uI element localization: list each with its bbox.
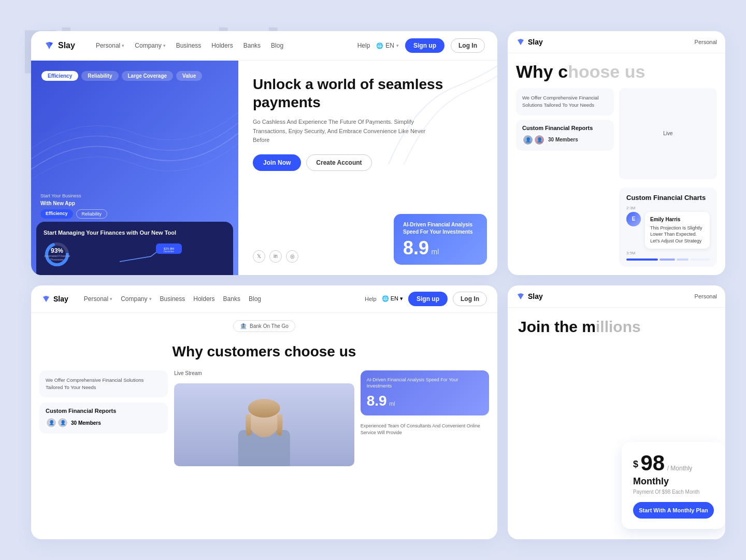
donut-percent: 93% [51,247,63,254]
phone-frame: Start Managing Your Finances with Our Ne… [36,222,233,275]
bottom-nav-holders[interactable]: Holders [193,295,214,303]
start-plan-button[interactable]: Start With A Monthly Plan [633,502,714,519]
bottom-nav-business[interactable]: Business [160,295,185,303]
comprehensive-feature-card: We Offer Comprehensive Financial Solutio… [39,370,168,398]
nav-blog[interactable]: Blog [271,42,283,49]
hero-card: Slay Personal ▾ Company ▾ Business Holde… [31,31,497,275]
nav-personal[interactable]: Personal ▾ [96,42,124,49]
bottom-nav-personal[interactable]: Personal ▾ [84,295,112,303]
tag-efficiency[interactable]: Efficiency [41,71,78,81]
hero-tags: Efficiency Reliability Large Coverage Va… [41,71,228,81]
bottom-members-row: 👤 👤 30 Members [46,417,162,428]
bottom-nav-blog[interactable]: Blog [249,295,261,303]
bottom-logo[interactable]: Slay [41,294,68,304]
bottom-nav-banks[interactable]: Banks [223,295,240,303]
svg-point-8 [248,399,280,418]
bottom-member-2: 👤 [57,417,68,428]
right-top-navbar: Slay Personal [508,31,725,53]
login-button[interactable]: Log In [451,38,485,53]
experienced-text: Experienced Team Of Consultants And Conv… [361,423,489,437]
price-row: $ 98 / Monthly [633,452,714,474]
nav-language[interactable]: 🌐 EN ▾ [376,42,399,49]
live-stream-area: Live [619,88,717,179]
why-heading-area: Why choose us [508,53,725,84]
hero-waves [31,92,238,195]
nav-help: Help [357,42,370,49]
chart-subcard: Custom Financial Charts 2:3M E Emily Har… [619,188,717,267]
join-now-button[interactable]: Join Now [253,154,301,171]
bottom-logo-icon [41,294,51,304]
chart-title: Custom Financial Charts [626,194,710,202]
hero-left-panel: Efficiency Reliability Large Coverage Va… [31,61,238,275]
logo-icon [44,40,55,51]
ai-bottom-number: 8.9 [367,393,387,409]
linkedin-social-icon[interactable]: in [269,250,282,263]
ai-bottom-unit: ml [389,400,395,407]
emily-name: Emily Harris [650,216,705,223]
member-count: 30 Members [548,137,578,142]
right-bottom-personal[interactable]: Personal [695,293,717,299]
bottom-signup-button[interactable]: Sign up [408,292,448,306]
chart-time2: 3:5M [626,251,710,255]
join-heading: Join the millions [518,318,715,336]
feature-col-2: Live Stream [174,370,354,466]
members-row: 👤 👤 30 Members [522,134,608,146]
mini-logo-icon [516,37,525,47]
hero-curve-decoration [363,61,497,164]
nav-company[interactable]: Company ▾ [135,42,165,49]
bottom-help: Help [365,296,377,302]
bottom-nav-links: Personal ▾ Company ▾ Business Holders Ba… [84,295,365,303]
bottom-custom-reports: Custom Financial Reports 👤 👤 30 Members [39,403,168,434]
member-avatar-2: 👤 [534,134,545,146]
bottom-login-button[interactable]: Log In [453,292,487,306]
tag-large-coverage[interactable]: Large Coverage [122,71,174,81]
member-avatar-1: 👤 [522,134,534,146]
x-social-icon[interactable]: 𝕏 [253,250,265,263]
hero-right-panel: Unlock a world of seamless payments Go C… [238,61,497,275]
svg-text:December: December [164,250,175,253]
feature-col-1: We Offer Comprehensive Financial Solutio… [39,370,168,466]
bottom-nav-company[interactable]: Company ▾ [121,295,151,303]
why-choose-card: Slay Personal Why choose us We Offer Com… [508,31,725,275]
price-desc: Payment Of $98 Each Month [633,489,714,495]
tag-reliability[interactable]: Reliability [81,71,118,81]
mini-chart: $25.9M December [76,241,226,268]
create-account-button[interactable]: Create Account [306,154,371,171]
globe-icon: 🌐 [376,42,383,49]
price-period: / Monthly [667,465,693,472]
ai-bottom-card: AI-Driven Financial Analysis Speed For Y… [361,370,489,415]
nav-business[interactable]: Business [176,42,202,49]
ai-card: AI-Driven Financial Analysis Speed For Y… [394,214,487,265]
mockup-tag-reliability[interactable]: Reliability [76,209,108,219]
why-right-subcards: Live Custom Financial Charts 2:3M E Emil… [619,88,717,267]
mockup-tags: Efficiency Reliability [40,209,229,219]
hero-content: Efficiency Reliability Large Coverage Va… [31,61,497,275]
app-label1: Start Your Business [40,193,229,198]
mockup-tag-efficiency[interactable]: Efficiency [40,209,73,219]
bottom-member-1: 👤 [46,417,57,428]
bank-badge-wrap: 🏦 Bank On The Go [31,313,497,339]
bottom-lang[interactable]: 🌐 EN ▾ [382,295,403,302]
phone-title: Start Managing Your Finances with Our Ne… [44,229,226,236]
features-grid: We Offer Comprehensive Financial Solutio… [31,370,497,475]
price-label: Monthly [633,476,714,487]
right-top-personal[interactable]: Personal [695,39,717,45]
nav-banks[interactable]: Banks [243,42,261,49]
app-label2: With New App [40,200,229,206]
chevron-down-icon: ▾ [396,43,399,48]
nav-links: Personal ▾ Company ▾ Business Holders Ba… [96,42,357,49]
custom-reports-title: Custom Financial Reports [522,125,608,131]
right-bottom-logo[interactable]: Slay [516,292,543,301]
ai-number: 8.9 [403,237,429,259]
instagram-social-icon[interactable]: ◎ [286,250,298,263]
right-bottom-navbar: Slay Personal [508,285,725,308]
right-top-logo[interactable]: Slay [516,37,543,47]
ai-unit: ml [432,248,439,256]
logo[interactable]: Slay [44,40,75,51]
live-stream-label: Live Stream [174,370,354,376]
bank-icon: 🏦 [240,323,247,329]
signup-button[interactable]: Sign up [405,38,444,53]
comprehensive-card: We Offer Comprehensive Financial Solutio… [516,88,614,116]
nav-holders[interactable]: Holders [211,42,233,49]
tag-value[interactable]: Value [176,71,202,81]
